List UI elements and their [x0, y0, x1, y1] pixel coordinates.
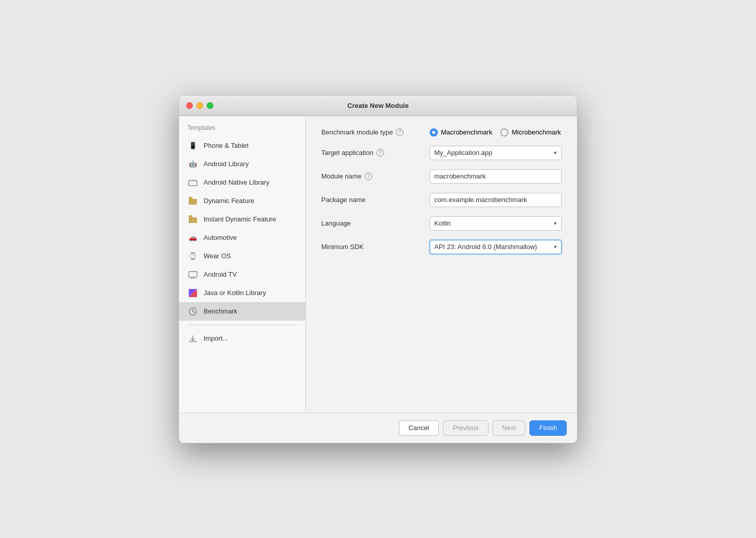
module-name-input[interactable] — [430, 169, 562, 184]
import-icon — [187, 333, 198, 344]
svg-rect-4 — [189, 199, 197, 205]
sidebar-item-android-tv[interactable]: Android TV — [179, 265, 305, 284]
min-sdk-select[interactable]: API 21: Android 5.0 (Lollipop) API 22: A… — [430, 240, 562, 254]
benchmark-type-radio-group: Macrobenchmark Microbenchmark — [430, 128, 561, 137]
target-app-select-wrapper: My_Application.app — [430, 146, 562, 160]
min-sdk-label: Minimum SDK — [321, 243, 424, 251]
svg-point-16 — [192, 311, 193, 312]
sidebar-item-instant-dynamic[interactable]: ⚡ Instant Dynamic Feature — [179, 210, 305, 229]
radio-macro-circle — [430, 128, 438, 137]
sidebar-item-android-native[interactable]: Android Native Library — [179, 173, 305, 192]
dialog-content: Templates 📱 Phone & Tablet 🤖 Android Lib… — [179, 116, 577, 413]
android-icon: 🤖 — [187, 159, 198, 170]
dialog-window: Create New Module Templates 📱 Phone & Ta… — [179, 95, 577, 443]
package-name-input[interactable] — [430, 193, 562, 207]
titlebar: Create New Module — [179, 96, 577, 116]
form-row-benchmark-type: Benchmark module type ? Macrobenchmark M… — [321, 128, 562, 137]
module-name-label: Module name ? — [321, 172, 424, 180]
sidebar-item-label: Android Native Library — [204, 178, 270, 186]
sidebar-item-label: Import... — [204, 334, 228, 342]
svg-rect-0 — [189, 181, 197, 186]
dynamic-icon — [187, 195, 198, 207]
sidebar-item-automotive[interactable]: 🚗 Automotive — [179, 229, 305, 247]
radio-micro-circle — [500, 128, 508, 137]
maximize-button[interactable] — [207, 102, 213, 109]
module-name-help-icon[interactable]: ? — [365, 172, 372, 180]
titlebar-buttons — [186, 102, 213, 109]
benchmark-type-help-icon[interactable]: ? — [396, 128, 404, 136]
native-icon — [187, 177, 198, 188]
kotlin-icon — [187, 287, 198, 299]
sidebar-item-dynamic-feature[interactable]: Dynamic Feature — [179, 192, 305, 210]
package-name-label: Package name — [321, 196, 424, 204]
form-row-package-name: Package name — [321, 193, 562, 207]
language-select[interactable]: Kotlin Java — [430, 216, 562, 231]
target-app-select[interactable]: My_Application.app — [430, 146, 562, 160]
radio-macrobenchmark[interactable]: Macrobenchmark — [430, 128, 492, 137]
dialog-footer: Cancel Previous Next Finish — [179, 413, 577, 443]
form-row-language: Language Kotlin Java — [321, 216, 562, 231]
language-label: Language — [321, 219, 424, 227]
min-sdk-select-wrapper: API 21: Android 5.0 (Lollipop) API 22: A… — [430, 240, 562, 254]
sidebar-item-label: Wear OS — [204, 252, 231, 260]
sidebar-item-label: Android Library — [204, 160, 249, 168]
sidebar-item-label: Instant Dynamic Feature — [204, 215, 276, 223]
target-app-help-icon[interactable]: ? — [376, 149, 384, 156]
next-button[interactable]: Next — [493, 420, 526, 436]
benchmark-icon — [187, 306, 198, 317]
form-row-target-app: Target application ? My_Application.app — [321, 146, 562, 160]
sidebar-item-label: Dynamic Feature — [204, 197, 254, 205]
svg-rect-5 — [189, 197, 192, 199]
sidebar-item-label: Automotive — [204, 234, 237, 241]
sidebar-section-label: Templates — [179, 124, 305, 137]
svg-rect-9 — [189, 272, 197, 277]
sidebar-item-java-kotlin[interactable]: Java or Kotlin Library — [179, 284, 305, 302]
previous-button[interactable]: Previous — [443, 420, 488, 436]
radio-microbenchmark[interactable]: Microbenchmark — [500, 128, 561, 137]
sidebar-item-android-library[interactable]: 🤖 Android Library — [179, 155, 305, 173]
main-content: Benchmark module type ? Macrobenchmark M… — [306, 116, 577, 413]
radio-macro-label: Macrobenchmark — [441, 128, 492, 136]
form-row-min-sdk: Minimum SDK API 21: Android 5.0 (Lollipo… — [321, 240, 562, 254]
sidebar-item-label: Phone & Tablet — [204, 142, 249, 149]
phone-icon: 📱 — [187, 140, 198, 151]
svg-rect-7 — [189, 215, 192, 218]
sidebar: Templates 📱 Phone & Tablet 🤖 Android Lib… — [179, 116, 306, 413]
sidebar-item-label: Java or Kotlin Library — [204, 289, 266, 297]
benchmark-type-label: Benchmark module type ? — [321, 128, 424, 136]
tv-icon — [187, 269, 198, 280]
sidebar-item-phone-tablet[interactable]: 📱 Phone & Tablet — [179, 137, 305, 155]
dialog-title: Create New Module — [347, 102, 409, 109]
radio-micro-label: Microbenchmark — [512, 128, 561, 136]
sidebar-item-benchmark[interactable]: Benchmark — [179, 302, 305, 321]
sidebar-item-label: Android TV — [204, 271, 237, 278]
language-select-wrapper: Kotlin Java — [430, 216, 562, 231]
instant-icon: ⚡ — [187, 214, 198, 225]
auto-icon: 🚗 — [187, 232, 198, 243]
wearos-icon: ⌚ — [187, 251, 198, 262]
target-app-label: Target application ? — [321, 149, 424, 156]
svg-text:⚡: ⚡ — [195, 218, 197, 223]
finish-button[interactable]: Finish — [529, 420, 567, 436]
close-button[interactable] — [186, 102, 193, 109]
cancel-button[interactable]: Cancel — [399, 420, 439, 436]
sidebar-item-label: Benchmark — [204, 307, 237, 315]
sidebar-item-wear-os[interactable]: ⌚ Wear OS — [179, 247, 305, 265]
minimize-button[interactable] — [196, 102, 203, 109]
sidebar-item-import[interactable]: Import... — [179, 329, 305, 348]
form-row-module-name: Module name ? — [321, 169, 562, 184]
sidebar-divider — [187, 325, 297, 325]
